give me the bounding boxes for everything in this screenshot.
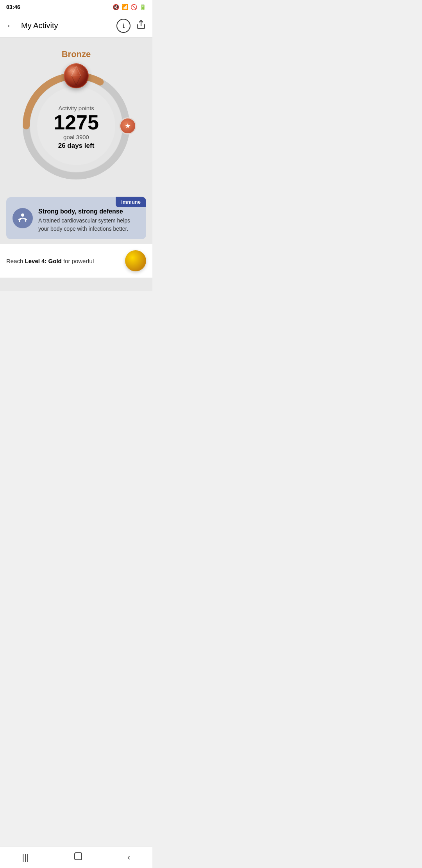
bronze-section: Bronze xyxy=(0,38,152,192)
gem-svg xyxy=(64,63,89,88)
immune-badge: immune xyxy=(116,197,146,207)
next-level-bold: Level 4: Gold xyxy=(25,258,62,264)
days-left: 26 days left xyxy=(54,142,99,150)
status-bar: 03:46 🔇 📶 🚫 🔋 xyxy=(0,0,152,14)
card-inner: Strong body, strong defense A trained ca… xyxy=(13,208,140,233)
person-svg xyxy=(17,213,28,224)
bronze-gem xyxy=(64,63,89,88)
app-bar: ← My Activity ℹ xyxy=(0,14,152,38)
share-button[interactable] xyxy=(136,20,146,32)
activity-person-icon xyxy=(13,208,33,228)
status-icons: 🔇 📶 🚫 🔋 xyxy=(113,4,146,10)
next-level-text: Reach Level 4: Gold for powerful xyxy=(6,258,120,264)
battery-icon: 🔋 xyxy=(139,4,146,10)
card-title: Strong body, strong defense xyxy=(38,208,140,215)
activity-points: 1275 xyxy=(54,111,99,134)
star-badge: ★ xyxy=(119,117,136,135)
ring-inner-content: Activity points 1275 goal 3900 26 days l… xyxy=(54,102,99,150)
svg-point-14 xyxy=(21,213,24,217)
page-title: My Activity xyxy=(21,21,58,30)
app-bar-left: ← My Activity xyxy=(6,21,58,31)
star-icon: ★ xyxy=(125,122,131,130)
card-description: A trained cardiovascular system helps yo… xyxy=(38,217,140,233)
info-button[interactable]: ℹ xyxy=(116,19,131,33)
wifi-icon: 📶 xyxy=(122,4,128,10)
block-icon: 🚫 xyxy=(131,4,137,10)
ring-label: Activity points xyxy=(54,105,99,111)
card-text: Strong body, strong defense A trained ca… xyxy=(38,208,140,233)
back-button[interactable]: ← xyxy=(6,21,15,31)
app-bar-right: ℹ xyxy=(116,19,146,33)
activity-goal: goal 3900 xyxy=(54,134,99,141)
main-content: Bronze xyxy=(0,38,152,291)
gold-coin-icon xyxy=(125,250,146,271)
next-level-card: Reach Level 4: Gold for powerful xyxy=(0,244,152,278)
info-icon: ℹ xyxy=(123,23,125,29)
tier-label: Bronze xyxy=(62,49,91,59)
status-time: 03:46 xyxy=(6,4,20,10)
activity-ring: ★ Activity points 1275 goal 3900 26 days… xyxy=(18,67,135,185)
notification-mute-icon: 🔇 xyxy=(113,4,119,10)
info-card: immune Strong body, strong defense A tra… xyxy=(6,197,146,239)
